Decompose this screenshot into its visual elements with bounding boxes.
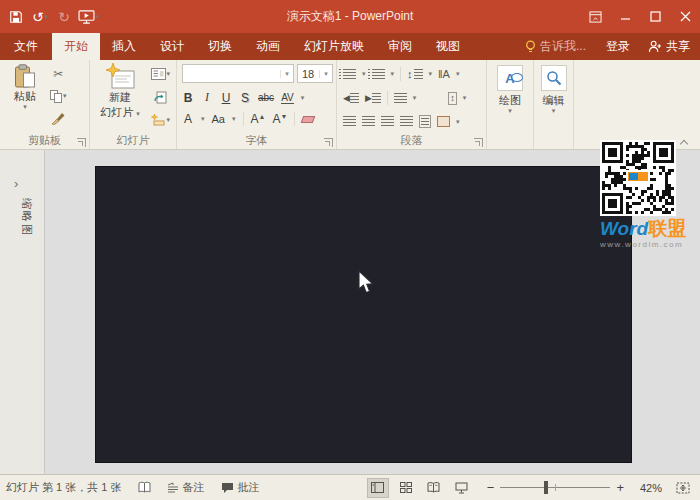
copy-dropdown-icon: ▾ [63, 92, 67, 100]
layout-button[interactable]: ▾ [151, 66, 170, 82]
font-row-2: B I U S abc AV ▾ [182, 90, 304, 105]
drawing-icon: A [497, 65, 523, 91]
tab-transitions[interactable]: 切换 [196, 33, 244, 60]
tab-animations[interactable]: 动画 [244, 33, 292, 60]
new-slide-label-1: 新建 [109, 90, 131, 105]
tab-insert[interactable]: 插入 [100, 33, 148, 60]
character-spacing-button[interactable]: AV [281, 92, 294, 104]
font-size-combobox[interactable]: 18 ▾ [297, 64, 333, 83]
clipboard-dialog-launcher[interactable] [77, 138, 86, 147]
slide-canvas[interactable] [95, 166, 632, 463]
tell-me-box[interactable]: 告诉我... [517, 33, 594, 60]
columns-dropdown-icon: ▾ [413, 94, 417, 102]
zoom-slider[interactable] [500, 478, 610, 498]
slideshow-view-icon [455, 482, 468, 494]
paragraph-row-1: ▾ ▾ ↕ ▾ ‖A ▾ [343, 67, 459, 81]
title-bar: ↺▾ ↻ ▾ 演示文稿1 - PowerPoint [0, 0, 700, 33]
strikethrough-button[interactable]: abc [258, 92, 274, 103]
convert-to-smartart-button[interactable] [437, 116, 450, 127]
ribbon: 粘贴 ▾ ✂ ▾ 剪贴板 [0, 60, 700, 150]
fit-slide-to-window-button[interactable] [672, 478, 694, 498]
change-case-dropdown-icon: ▾ [232, 115, 236, 123]
tab-home[interactable]: 开始 [52, 33, 100, 60]
font-dialog-launcher[interactable] [324, 138, 333, 147]
increase-font-size-button[interactable]: A▲ [251, 112, 266, 126]
slideshow-view-button[interactable] [451, 478, 473, 498]
comment-icon [221, 482, 234, 494]
status-left: 幻灯片 第 1 张，共 1 张 备注 批注 [6, 480, 260, 495]
tab-review[interactable]: 审阅 [376, 33, 424, 60]
status-bar: 幻灯片 第 1 张，共 1 张 备注 批注 [0, 474, 700, 500]
comments-button[interactable]: 批注 [221, 480, 260, 495]
align-text-button[interactable]: ↕ [448, 92, 457, 105]
copy-button[interactable]: ▾ [50, 88, 67, 104]
decrease-indent-button[interactable]: ◀ [343, 93, 359, 104]
line-spacing-button[interactable]: ↕ [407, 68, 423, 80]
notes-button[interactable]: 备注 [167, 480, 205, 495]
close-button[interactable] [670, 0, 700, 33]
expand-pane-icon[interactable]: › [14, 176, 18, 191]
tab-design[interactable]: 设计 [148, 33, 196, 60]
justify-button[interactable] [400, 116, 413, 127]
zoom-level[interactable]: 42% [634, 482, 662, 494]
editing-button[interactable]: 编辑 ▾ [535, 65, 573, 113]
ribbon-display-options-button[interactable] [580, 0, 610, 33]
font-name-combobox[interactable]: ▾ [182, 64, 294, 83]
paragraph-dialog-launcher[interactable] [474, 138, 483, 147]
slide-number-indicator[interactable]: 幻灯片 第 1 张，共 1 张 [6, 480, 122, 495]
change-case-button[interactable]: Aa [212, 113, 225, 125]
reading-view-button[interactable] [423, 478, 445, 498]
tab-file[interactable]: 文件 [0, 33, 52, 60]
clear-formatting-button[interactable] [301, 116, 316, 123]
font-color-button[interactable]: A [182, 112, 194, 126]
cut-button[interactable]: ✂ [50, 66, 67, 82]
distribute-button[interactable] [419, 115, 431, 128]
qr-code [600, 140, 676, 216]
bold-button[interactable]: B [182, 91, 194, 105]
copy-icon [50, 90, 63, 103]
minimize-button[interactable] [610, 0, 640, 33]
scissors-icon: ✂ [53, 67, 63, 81]
font-name-dropdown-icon: ▾ [280, 70, 293, 78]
format-painter-button[interactable] [50, 110, 67, 126]
slide-sorter-view-button[interactable] [395, 478, 417, 498]
section-button[interactable]: ▾ [151, 112, 170, 128]
bullets-button[interactable] [343, 69, 356, 80]
text-shadow-button[interactable]: S [239, 91, 251, 105]
mouse-cursor [358, 270, 375, 295]
underline-button[interactable]: U [220, 91, 232, 105]
zoom-in-button[interactable]: + [616, 480, 624, 495]
align-right-button[interactable] [381, 116, 394, 127]
increase-indent-button[interactable]: ▶ [365, 93, 381, 104]
magnifier-icon [546, 70, 562, 86]
sign-in-button[interactable]: 登录 [594, 33, 642, 60]
tab-slideshow[interactable]: 幻灯片放映 [292, 33, 376, 60]
zoom-slider-thumb[interactable] [544, 481, 548, 494]
section-icon [151, 114, 166, 126]
zoom-out-button[interactable]: − [487, 480, 495, 495]
share-button[interactable]: 共享 [642, 33, 700, 60]
italic-button[interactable]: I [201, 90, 213, 105]
align-center-button[interactable] [362, 116, 375, 127]
font-size-dropdown-icon: ▾ [319, 70, 332, 78]
clipboard-small-buttons: ✂ ▾ [50, 66, 67, 126]
spell-check-button[interactable] [138, 481, 151, 494]
editing-dropdown-icon: ▾ [552, 108, 556, 113]
group-clipboard: 粘贴 ▾ ✂ ▾ 剪贴板 [0, 60, 90, 149]
powerpoint-window: ↺▾ ↻ ▾ 演示文稿1 - PowerPoint 文件 开始 插入 设计 切换… [0, 0, 700, 500]
maximize-button[interactable] [640, 0, 670, 33]
numbering-button[interactable] [372, 69, 385, 80]
align-left-button[interactable] [343, 116, 356, 127]
slides-group-label: 幻灯片 [90, 133, 176, 148]
drawing-button[interactable]: A 绘图 ▾ [491, 65, 529, 113]
paragraph-row-2: ◀ ▶ ▾ ↕ ▾ [343, 91, 466, 105]
thumbnail-pane-collapsed[interactable]: › 缩略图 [0, 150, 45, 474]
paste-button[interactable]: 粘贴 ▾ [5, 64, 45, 132]
text-direction-button[interactable]: ‖A [438, 68, 450, 80]
normal-view-button[interactable] [367, 478, 389, 498]
decrease-font-size-button[interactable]: A▼ [272, 112, 287, 126]
reset-button[interactable] [151, 89, 170, 105]
tab-view[interactable]: 视图 [424, 33, 472, 60]
new-slide-button[interactable]: 新建 幻灯片 ▾ [94, 63, 146, 135]
columns-button[interactable] [394, 93, 407, 104]
